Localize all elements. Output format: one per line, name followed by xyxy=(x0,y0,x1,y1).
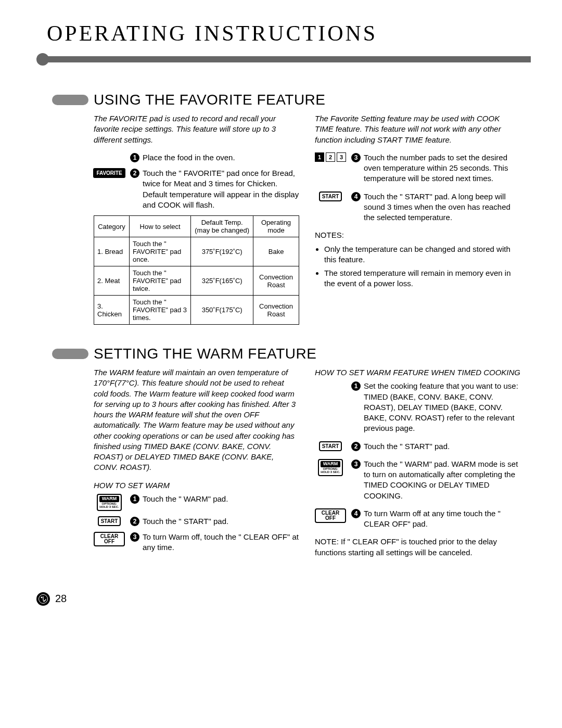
favorite-right-step-3-row: 1 2 3 3 Touch the number pads to set the… xyxy=(315,152,520,184)
warm-left-step-1: Touch the " WARM" pad. xyxy=(143,494,228,504)
favorite-right-step-4: Touch the " START" pad. A long beep will… xyxy=(364,191,520,223)
clear-off-pad-icon: CLEAR OFF xyxy=(315,508,346,523)
warm-sub-right: HOW TO SET WARM FEATURE WHEN TIMED COOKI… xyxy=(315,367,520,378)
warm-note-line: NOTE: If " CLEAR OFF" is touched prior t… xyxy=(315,537,520,558)
favorite-notes-list: Only the temperature can be changed and … xyxy=(315,244,520,289)
step-number-1-icon: 1 xyxy=(351,381,361,391)
warm-left-step-3: To turn Warm off, touch the " CLEAR OFF"… xyxy=(143,532,299,553)
th-category: Category xyxy=(94,216,130,237)
list-item: The stored temperature will remain in me… xyxy=(324,268,520,289)
td: Convection Roast xyxy=(253,296,299,325)
warm-pad-mid: OPTIONS: xyxy=(99,502,119,506)
numpad-icon-col: 1 2 3 xyxy=(315,152,346,162)
warm-right-step-2-row: START 2 Touch the " START" pad. xyxy=(315,441,520,452)
step-number-4-icon: 4 xyxy=(351,509,361,518)
table-header-row: Category How to select Default Temp. (ma… xyxy=(94,216,299,237)
favorite-table: Category How to select Default Temp. (ma… xyxy=(94,215,299,325)
start-pad-icon-col: START xyxy=(315,191,346,201)
clear-pad-icon-col: CLEAR OFF xyxy=(315,508,346,523)
lg-logo-icon xyxy=(36,592,50,606)
num-key-2-icon: 2 xyxy=(326,152,335,162)
step-number-1-icon: 1 xyxy=(130,153,139,162)
num-key-1-icon: 1 xyxy=(315,152,324,162)
warm-pad-bot: HOLD 3 SEC. xyxy=(321,470,340,474)
section-heading-row-warm: SETTING THE WARM FEATURE xyxy=(52,346,531,362)
pill-icon xyxy=(52,349,88,359)
warm-left-step-3-row: CLEAR OFF 3 To turn Warm off, touch the … xyxy=(94,532,299,553)
favorite-pad-icon-col: FAVORITE xyxy=(94,168,125,178)
warm-left-step-2-row: START 2 Touch the " START" pad. xyxy=(94,516,299,527)
step-number-1-icon: 1 xyxy=(130,494,139,504)
clear-pad-icon-col: CLEAR OFF xyxy=(94,532,125,546)
favorite-left-col: The FAVORITE pad is used to record and r… xyxy=(94,113,299,325)
favorite-two-col: The FAVORITE pad is used to record and r… xyxy=(94,113,520,325)
warm-pad-icon-col: WARM OPTIONS: HOLD 3 SEC. xyxy=(94,494,125,511)
warm-heading: SETTING THE WARM FEATURE xyxy=(94,346,316,362)
list-item: Only the temperature can be changed and … xyxy=(324,244,520,265)
td: Touch the " FAVORITE" pad once. xyxy=(130,237,191,266)
favorite-intro-right: The Favorite Setting feature may be used… xyxy=(315,113,520,145)
step-number-3-icon: 3 xyxy=(130,532,139,542)
td: 2. Meat xyxy=(94,266,130,296)
th-mode: Operating mode xyxy=(253,216,299,237)
table-row: 3. Chicken Touch the " FAVORITE" pad 3 t… xyxy=(94,296,299,325)
table-row: 1. Bread Touch the " FAVORITE" pad once.… xyxy=(94,237,299,266)
step-number-2-icon: 2 xyxy=(130,517,139,526)
warm-right-step-1: Set the cooking feature that you want to… xyxy=(364,381,520,433)
favorite-right-step-3: Touch the number pads to set the desired… xyxy=(364,152,520,184)
step-number-3-icon: 3 xyxy=(351,459,361,469)
td: Bake xyxy=(253,237,299,266)
th-how: How to select xyxy=(130,216,191,237)
clear-off-pad-icon: CLEAR OFF xyxy=(94,532,125,546)
start-pad-icon: START xyxy=(98,516,121,526)
numpad-icon: 1 2 3 xyxy=(315,152,346,162)
title-line-icon xyxy=(47,56,531,62)
page-title: OPERATING INSTRUCTIONS xyxy=(47,21,531,46)
title-rule xyxy=(36,53,531,66)
warm-right-step-3: Touch the " WARM" pad. WARM mode is set … xyxy=(364,459,520,501)
warm-intro: The WARM feature will maintain an oven t… xyxy=(94,367,299,473)
td: 350˚F(175˚C) xyxy=(191,296,253,325)
warm-left-col: The WARM feature will maintain an oven t… xyxy=(94,367,299,561)
warm-pad-bot: HOLD 3 SEC. xyxy=(99,505,119,509)
td: 3. Chicken xyxy=(94,296,130,325)
warm-sub-left: HOW TO SET WARM xyxy=(94,480,299,491)
favorite-heading: USING THE FAVORITE FEATURE xyxy=(94,92,326,108)
favorite-right-col: The Favorite Setting feature may be used… xyxy=(315,113,520,325)
warm-pad-top: WARM xyxy=(99,496,119,502)
td: 325˚F(165˚C) xyxy=(191,266,253,296)
favorite-right-step-4-row: START 4 Touch the " START" pad. A long b… xyxy=(315,191,520,223)
start-pad-icon-col: START xyxy=(94,516,125,526)
favorite-left-step-1-row: 1 Place the food in the oven. xyxy=(94,152,299,163)
td: Touch the " FAVORITE" pad 3 times. xyxy=(130,296,191,325)
favorite-left-step-2: Touch the " FAVORITE" pad once for Bread… xyxy=(143,168,299,210)
start-pad-icon: START xyxy=(319,441,342,451)
warm-right-step-4: To turn Warm off at any time touch the "… xyxy=(364,508,520,530)
td: Touch the " FAVORITE" pad twice. xyxy=(130,266,191,296)
warm-right-step-1-row: 1 Set the cooking feature that you want … xyxy=(315,381,520,433)
th-temp: Default Temp. (may be changed) xyxy=(191,216,253,237)
favorite-left-step-1: Place the food in the oven. xyxy=(143,152,235,163)
warm-pad-icon: WARM OPTIONS: HOLD 3 SEC. xyxy=(97,494,122,511)
warm-pad-icon: WARM OPTIONS: HOLD 3 SEC. xyxy=(318,459,343,476)
svg-point-1 xyxy=(41,596,43,598)
step-number-2-icon: 2 xyxy=(130,169,139,178)
step-number-2-icon: 2 xyxy=(351,442,361,451)
table-row: 2. Meat Touch the " FAVORITE" pad twice.… xyxy=(94,266,299,296)
step-number-4-icon: 4 xyxy=(351,192,361,201)
notes-heading: NOTES: xyxy=(315,230,520,240)
warm-right-step-2: Touch the " START" pad. xyxy=(364,441,450,452)
num-key-3-icon: 3 xyxy=(337,152,346,162)
warm-right-step-3-row: WARM OPTIONS: HOLD 3 SEC. 3 Touch the " … xyxy=(315,459,520,501)
favorite-left-step-2-row: FAVORITE 2 Touch the " FAVORITE" pad onc… xyxy=(94,168,299,210)
section-heading-row-favorite: USING THE FAVORITE FEATURE xyxy=(52,92,531,108)
page-number: 28 xyxy=(55,593,67,605)
page-footer: 28 xyxy=(36,592,531,606)
td: Convection Roast xyxy=(253,266,299,296)
warm-pad-top: WARM xyxy=(321,461,340,467)
favorite-intro-left: The FAVORITE pad is used to record and r… xyxy=(94,113,299,145)
warm-pad-mid: OPTIONS: xyxy=(321,467,340,471)
pill-icon xyxy=(52,95,88,105)
warm-two-col: The WARM feature will maintain an oven t… xyxy=(94,367,520,561)
td: 1. Bread xyxy=(94,237,130,266)
